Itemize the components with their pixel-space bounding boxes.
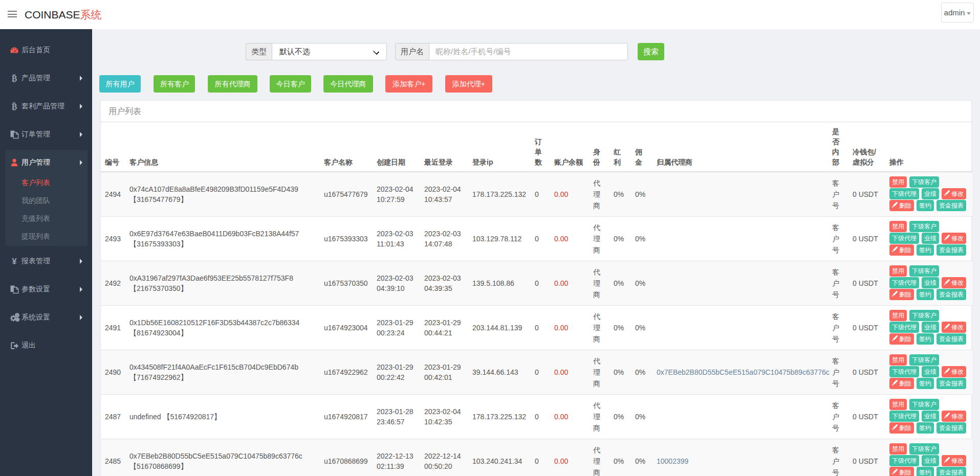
svg-text:B: B	[12, 102, 17, 110]
svg-text:B: B	[12, 74, 17, 82]
